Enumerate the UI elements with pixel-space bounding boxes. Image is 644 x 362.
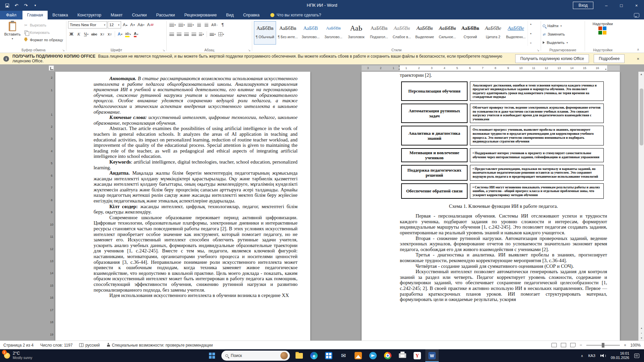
shrink-font-button[interactable]: А▾: [129, 21, 136, 28]
word-icon[interactable]: W: [425, 349, 439, 362]
highlight-button[interactable]: ab▾: [124, 31, 132, 38]
find-button[interactable]: Найти▾: [543, 22, 583, 29]
style-normal[interactable]: АаБбВв¶ Обычный: [254, 21, 276, 45]
zoom-slider[interactable]: [586, 345, 620, 346]
explorer-icon[interactable]: [292, 349, 306, 362]
redo-button[interactable]: ↷: [21, 1, 30, 10]
right-indent-marker[interactable]: ▴: [605, 67, 606, 70]
next-page-button[interactable]: ▾: [639, 336, 644, 341]
accessibility-checker[interactable]: Специальные возможности: проверьте реком…: [107, 343, 213, 348]
vertical-ruler[interactable]: 2112345678910111213141516171819: [48, 72, 55, 341]
style-heading-2[interactable]: АаБбВвЗаголово...: [322, 21, 344, 45]
multilevel-list-button[interactable]: ▾: [186, 21, 195, 28]
comments-icon[interactable]: [634, 13, 639, 17]
zoom-in-button[interactable]: +: [624, 343, 627, 348]
strikethrough-button[interactable]: abc: [90, 31, 98, 38]
replace-button[interactable]: ⇄Заменить: [543, 31, 583, 38]
copy-button[interactable]: Копировать: [22, 29, 64, 36]
document-page-3[interactable]: траектории [2]. Персонализация обученияА…: [362, 72, 620, 341]
tab-design[interactable]: Конструктор: [73, 11, 106, 19]
grow-font-button[interactable]: А▴: [122, 21, 128, 28]
font-size-select[interactable]: 12▾: [108, 21, 121, 28]
tab-home[interactable]: Главная: [22, 11, 48, 19]
minimize-button[interactable]: –: [599, 0, 614, 11]
font-dialog-launcher-icon[interactable]: ↘: [162, 49, 165, 52]
start-button[interactable]: [205, 349, 219, 362]
get-genuine-office-button[interactable]: Получить подлинную копию Office: [515, 54, 589, 63]
tab-review[interactable]: Рецензирование: [180, 11, 222, 19]
mail-icon[interactable]: ✉: [337, 349, 350, 362]
change-case-button[interactable]: Аа▾: [137, 21, 145, 28]
justify-button[interactable]: [191, 31, 197, 38]
scrollbar-thumb[interactable]: [640, 88, 643, 145]
tab-view[interactable]: Вид: [221, 11, 238, 19]
style-no-spacing[interactable]: АаБбВв¶ Без инте...: [277, 21, 299, 45]
telegram-icon[interactable]: [366, 349, 380, 362]
styles-gallery-scroll[interactable]: ▴▾≡: [528, 21, 534, 46]
search-box[interactable]: Поиск: [221, 351, 290, 361]
show-formatting-marks-button[interactable]: ¶: [219, 21, 226, 28]
italic-button[interactable]: К: [75, 31, 82, 38]
language-indicator[interactable]: русский: [79, 343, 100, 348]
notification-center-icon[interactable]: [634, 354, 639, 358]
edge-icon[interactable]: e: [307, 349, 321, 362]
read-mode-button[interactable]: [551, 343, 557, 347]
photos-icon[interactable]: [352, 349, 365, 362]
restore-button[interactable]: □: [614, 0, 629, 11]
learn-more-button[interactable]: Подробнее: [594, 54, 625, 63]
sign-in-button[interactable]: Вход: [573, 2, 593, 9]
collapse-ribbon-icon[interactable]: ∧: [637, 48, 639, 51]
banner-close-icon[interactable]: ×: [637, 56, 639, 61]
printer-icon[interactable]: [396, 349, 409, 362]
word-count[interactable]: Число слов: 1197: [40, 343, 73, 348]
align-center-button[interactable]: [176, 31, 182, 38]
underline-button[interactable]: Ч▾: [83, 31, 90, 38]
chrome-icon[interactable]: [381, 349, 394, 362]
zoom-slider-thumb[interactable]: [602, 343, 604, 348]
tell-me-box[interactable]: Что вы хотите сделать?: [270, 11, 321, 19]
clear-formatting-button[interactable]: А: [146, 21, 154, 28]
decrease-indent-button[interactable]: [196, 21, 202, 28]
superscript-button[interactable]: x2: [106, 31, 113, 38]
bold-button[interactable]: Ж: [68, 31, 75, 38]
borders-button[interactable]: ▾: [217, 31, 225, 38]
styles-dialog-launcher-icon[interactable]: ↘: [537, 49, 539, 52]
style-strong[interactable]: АаБбВвСтрогий: [459, 21, 481, 45]
align-right-button[interactable]: [183, 31, 190, 38]
style-intense-quote[interactable]: АаБбВеВыделенн...: [505, 21, 527, 45]
style-heading-1[interactable]: АаБбВЗаголово...: [300, 21, 322, 45]
document-area[interactable]: 2112345678910111213141516171819 Аннотаци…: [0, 72, 644, 341]
font-color-button[interactable]: А▾: [133, 31, 140, 38]
paste-button[interactable]: Вставить ▾: [3, 21, 22, 46]
page-indicator[interactable]: Страница 2 из 4: [3, 343, 34, 348]
font-name-select[interactable]: Times New Ror▾: [68, 21, 107, 28]
bullets-button[interactable]: ▾: [168, 21, 177, 28]
document-page-2[interactable]: Аннотация. В статье рассматриваются возм…: [55, 72, 310, 341]
show-hidden-icons-button[interactable]: ∧: [581, 354, 583, 358]
numbering-button[interactable]: ▾: [177, 21, 186, 28]
scroll-up-icon[interactable]: ▲: [639, 72, 644, 77]
web-layout-button[interactable]: [570, 343, 576, 347]
undo-button[interactable]: ↶: [12, 1, 21, 10]
clock[interactable]: 16:01 09.01.2026: [611, 351, 629, 360]
save-button[interactable]: [3, 1, 11, 10]
addins-button[interactable]: Надстройки: [587, 21, 619, 35]
previous-page-button[interactable]: ▴: [639, 325, 644, 330]
hanging-indent-marker[interactable]: ▴: [398, 67, 400, 70]
tab-references[interactable]: Ссылки: [127, 11, 151, 19]
text-effects-button[interactable]: А▾: [117, 31, 123, 38]
tab-help[interactable]: Справка: [238, 11, 264, 19]
horizontal-ruler[interactable]: 321 12345678910111213141516 ▾ ▴ ▴: [0, 64, 644, 72]
zoom-level[interactable]: 100%: [630, 343, 641, 348]
tab-layout[interactable]: Макет: [106, 11, 127, 19]
cut-button[interactable]: ✂Вырезать: [22, 22, 64, 28]
weather-widget[interactable]: 1 2°C Mostly sunny: [0, 349, 36, 362]
zoom-out-button[interactable]: −: [580, 343, 582, 348]
style-subtitle[interactable]: АаБбВвПодзагол...: [368, 21, 390, 45]
style-subtle-emphasis[interactable]: АаБбВвСлабое в...: [391, 21, 413, 45]
subscript-button[interactable]: x2: [99, 31, 106, 38]
select-browse-object-button[interactable]: •: [639, 330, 644, 336]
style-intense-emphasis[interactable]: АаБбВвСильное...: [436, 21, 459, 45]
style-emphasis[interactable]: АаБбВвВыделение: [414, 21, 436, 45]
volume-icon[interactable]: [600, 354, 606, 357]
